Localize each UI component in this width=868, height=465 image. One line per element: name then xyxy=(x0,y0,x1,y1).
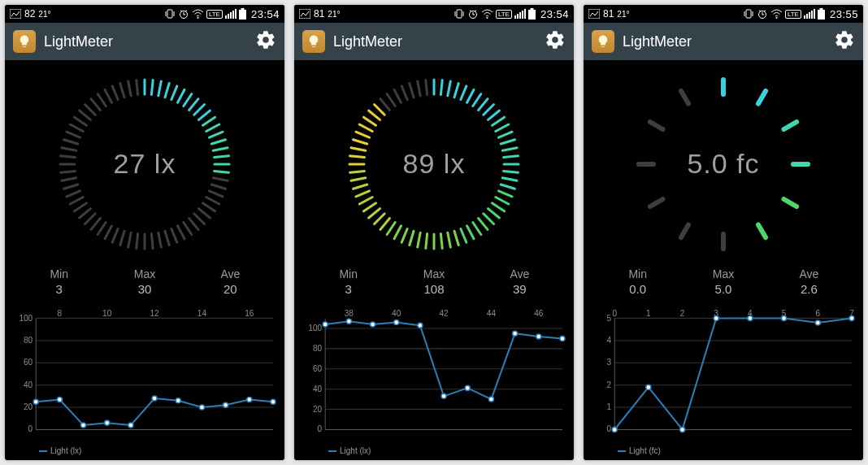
settings-button[interactable] xyxy=(545,29,566,54)
svg-line-73 xyxy=(85,104,96,115)
stat-min: Min 0.0 xyxy=(614,267,662,296)
svg-text:44: 44 xyxy=(487,309,497,318)
svg-rect-126 xyxy=(528,10,536,20)
svg-line-61 xyxy=(67,190,80,196)
svg-point-110 xyxy=(271,399,276,404)
svg-line-141 xyxy=(501,139,514,143)
settings-button[interactable] xyxy=(834,29,855,54)
stat-max-label: Max xyxy=(699,267,748,280)
status-temp1: 82 xyxy=(24,8,35,20)
svg-line-21 xyxy=(171,85,177,99)
svg-point-216 xyxy=(441,393,446,398)
svg-line-77 xyxy=(112,85,118,99)
status-temp2: 21° xyxy=(617,10,629,19)
svg-point-214 xyxy=(394,319,399,324)
battery-icon xyxy=(239,8,246,20)
settings-button[interactable] xyxy=(255,29,276,54)
stat-ave-value: 2.6 xyxy=(784,282,833,296)
svg-line-32 xyxy=(215,155,229,157)
svg-text:3: 3 xyxy=(607,358,612,367)
app-icon xyxy=(592,30,614,53)
svg-rect-125 xyxy=(524,9,526,19)
status-pic-icon xyxy=(10,9,21,19)
svg-line-188 xyxy=(401,85,407,99)
svg-line-69 xyxy=(67,132,80,137)
stat-ave: Ave 20 xyxy=(206,267,254,296)
stat-ave-label: Ave xyxy=(206,267,254,280)
svg-line-58 xyxy=(80,208,91,217)
svg-point-109 xyxy=(247,397,252,402)
svg-rect-233 xyxy=(806,14,808,19)
svg-point-217 xyxy=(465,385,470,390)
chart: 0204060801003840424446 Light (lx) xyxy=(294,299,574,460)
svg-text:6: 6 xyxy=(815,309,820,318)
svg-line-50 xyxy=(137,233,138,248)
svg-line-246 xyxy=(681,224,688,237)
svg-line-57 xyxy=(85,213,96,224)
svg-point-278 xyxy=(782,316,787,321)
svg-text:2: 2 xyxy=(680,309,685,318)
battery-icon xyxy=(818,8,825,20)
svg-line-158 xyxy=(448,232,451,247)
status-bar: 82 21° LTE 23:54 xyxy=(5,5,284,23)
svg-line-29 xyxy=(210,132,224,137)
svg-line-41 xyxy=(194,213,205,224)
svg-line-75 xyxy=(98,93,106,106)
svg-line-182 xyxy=(364,117,376,125)
svg-line-154 xyxy=(473,222,481,234)
alarm-icon xyxy=(178,8,189,20)
svg-rect-235 xyxy=(811,11,813,19)
svg-text:0: 0 xyxy=(612,309,617,318)
lte-badge: LTE xyxy=(496,10,512,19)
svg-line-66 xyxy=(61,155,76,157)
svg-line-30 xyxy=(211,139,225,143)
app-bar: LightMeter xyxy=(294,23,574,60)
svg-text:0: 0 xyxy=(28,424,33,433)
svg-rect-238 xyxy=(819,8,822,10)
app-bar: LightMeter xyxy=(584,23,863,60)
svg-text:60: 60 xyxy=(24,358,33,367)
svg-line-64 xyxy=(61,171,76,172)
wifi-icon xyxy=(770,9,783,19)
svg-line-31 xyxy=(213,147,228,150)
svg-line-44 xyxy=(178,225,185,238)
status-bar: 81 21° LTE 23:54 xyxy=(294,5,574,23)
svg-text:12: 12 xyxy=(150,309,159,318)
svg-point-277 xyxy=(748,316,753,321)
svg-point-104 xyxy=(128,423,133,428)
svg-rect-13 xyxy=(232,11,234,19)
svg-line-244 xyxy=(758,224,766,237)
svg-line-185 xyxy=(380,98,389,110)
svg-point-212 xyxy=(346,319,351,324)
status-pic-icon xyxy=(588,9,600,19)
svg-line-18 xyxy=(151,80,153,94)
vibrate-icon xyxy=(454,8,465,20)
signal-icon xyxy=(514,9,526,19)
gauge: 5.0 fc xyxy=(584,60,863,267)
svg-line-240 xyxy=(758,90,766,103)
svg-line-161 xyxy=(426,233,427,248)
svg-line-138 xyxy=(493,117,505,125)
stat-min-label: Min xyxy=(324,267,373,280)
svg-text:40: 40 xyxy=(24,380,33,389)
svg-line-59 xyxy=(75,202,87,211)
svg-text:16: 16 xyxy=(245,309,254,318)
svg-point-105 xyxy=(152,396,157,401)
svg-line-139 xyxy=(496,124,509,132)
stat-ave: Ave 39 xyxy=(495,267,544,296)
svg-line-163 xyxy=(410,231,414,245)
wifi-icon xyxy=(192,9,204,19)
svg-line-137 xyxy=(488,111,500,120)
chart: 020406080100810121416 Light (lx) xyxy=(5,299,284,460)
svg-line-136 xyxy=(484,104,494,115)
svg-line-45 xyxy=(171,228,177,242)
svg-line-80 xyxy=(137,80,138,94)
signal-icon xyxy=(225,9,237,19)
svg-line-43 xyxy=(184,222,192,234)
svg-line-167 xyxy=(380,218,389,229)
svg-line-39 xyxy=(203,202,215,211)
status-right: LTE 23:54 xyxy=(454,8,569,20)
status-clock: 23:54 xyxy=(540,8,569,20)
svg-line-179 xyxy=(354,139,367,143)
svg-line-156 xyxy=(461,228,467,242)
